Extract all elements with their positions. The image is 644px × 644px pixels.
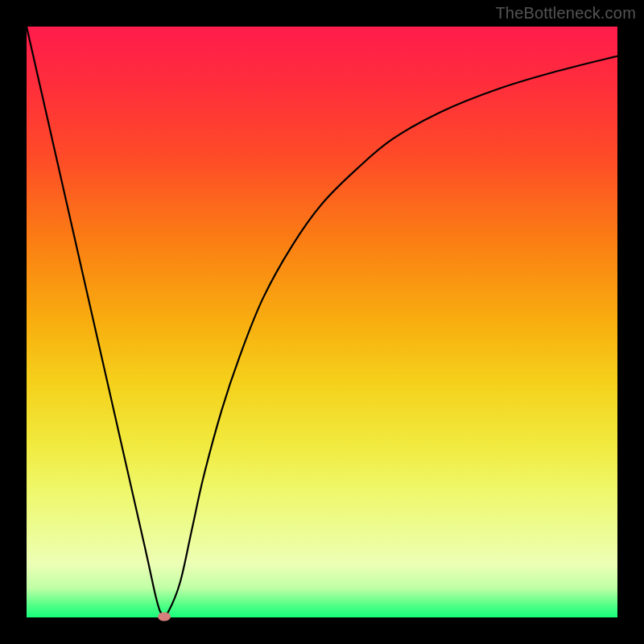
attribution-text: TheBottleneck.com xyxy=(495,4,636,23)
plot-area xyxy=(27,27,617,617)
curve-svg xyxy=(27,27,617,617)
chart-frame: TheBottleneck.com xyxy=(0,0,644,644)
optimal-point-marker xyxy=(158,612,171,621)
bottleneck-curve xyxy=(27,27,617,616)
